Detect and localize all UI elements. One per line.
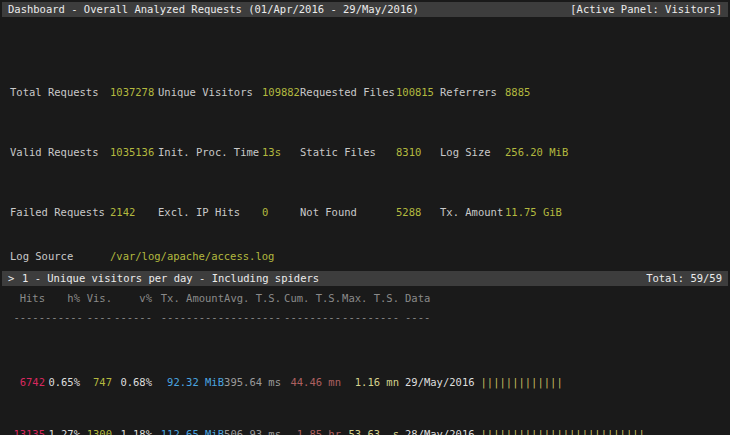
- summary-label: Unique Visitors: [158, 85, 262, 100]
- summary-label: Not Found: [300, 205, 396, 220]
- cell-avg-ts: 506.93 ms: [224, 428, 281, 435]
- summary-label: Valid Requests: [10, 145, 110, 160]
- dashboard-title: Dashboard - Overall Analyzed Requests (0…: [8, 2, 419, 17]
- separator-dashes: ---------: [281, 311, 341, 324]
- visitors-header-separator: ----- ------ ---- ------ ---------- ----…: [0, 311, 730, 324]
- summary-value: 5288: [396, 205, 440, 220]
- summary-value: 1037278: [110, 85, 158, 100]
- column-header-avg-ts: Avg. T.S.: [224, 292, 281, 305]
- visitors-column-headers: Hits h% Vis. v% Tx. Amount Avg. T.S. Cum…: [0, 292, 730, 305]
- summary-label: Excl. IP Hits: [158, 205, 262, 220]
- panel-visitors-total: Total: 59/59: [646, 271, 722, 286]
- visitor-row[interactable]: 13135 1.27% 1300 1.18% 112.65 MiB 506.93…: [0, 428, 730, 435]
- cell-date: 29/May/2016: [405, 376, 475, 389]
- column-header-hits: Hits: [10, 292, 45, 305]
- summary-label: Tx. Amount: [440, 205, 505, 220]
- cell-tx-amount: 92.32 MiB: [152, 376, 224, 389]
- hits-bar-chart: |||||||||||||: [481, 376, 563, 389]
- cell-visitors-percent: 1.18%: [112, 428, 152, 435]
- separator-dashes: ----: [80, 311, 112, 324]
- cell-visitors: 747: [80, 376, 112, 389]
- separator-dashes: ----: [405, 311, 430, 324]
- summary-value: 8885: [505, 85, 730, 100]
- cell-date: 28/May/2016: [405, 428, 475, 435]
- summary-value: 11.75 GiB: [505, 205, 730, 220]
- column-header-data: Data: [405, 292, 430, 305]
- summary-value: 256.20 MiB: [505, 145, 730, 160]
- cell-max-ts: 1.16 mn: [341, 376, 399, 389]
- panel-visitors-title: 1 - Unique visitors per day - Including …: [22, 271, 319, 286]
- cell-hits: 6742: [10, 376, 45, 389]
- summary-label: Failed Requests: [10, 205, 110, 220]
- cell-visitors-percent: 0.68%: [112, 376, 152, 389]
- summary-label: Init. Proc. Time: [158, 145, 262, 160]
- cell-cum-ts: 1.85 hr: [281, 428, 341, 435]
- log-source-label: Log Source: [10, 250, 110, 263]
- summary-value: 8310: [396, 145, 440, 160]
- summary-label: Log Size: [440, 145, 505, 160]
- separator-dashes: ----------: [152, 311, 224, 324]
- summary-row: Failed Requests 2142 Excl. IP Hits 0 Not…: [0, 205, 730, 220]
- cell-hits: 13135: [10, 428, 45, 435]
- column-header-vis: Vis.: [80, 292, 112, 305]
- summary-label: Total Requests: [10, 85, 110, 100]
- hits-bar-chart: ||||||||||||||||||||||||||: [481, 428, 645, 435]
- separator-dashes: ---------: [341, 311, 399, 324]
- summary-row: Total Requests 1037278 Unique Visitors 1…: [0, 85, 730, 100]
- summary-row: Valid Requests 1035136 Init. Proc. Time …: [0, 145, 730, 160]
- cell-hits-percent: 1.27%: [45, 428, 80, 435]
- cell-max-ts: 53.63 s: [341, 428, 399, 435]
- panel-visitors-header[interactable]: > 1 - Unique visitors per day - Includin…: [2, 271, 728, 286]
- summary-value: 1035136: [110, 145, 158, 160]
- summary-value: 2142: [110, 205, 158, 220]
- separator-dashes: ---------: [224, 311, 281, 324]
- visitor-row[interactable]: 6742 0.65% 747 0.68% 92.32 MiB 395.64 ms…: [0, 376, 730, 389]
- column-header-vpct: v%: [112, 292, 152, 305]
- cell-tx-amount: 112.65 MiB: [152, 428, 224, 435]
- log-source-row: Log Source /var/log/apache/access.log: [0, 250, 730, 263]
- summary-value: 13s: [262, 145, 300, 160]
- separator-dashes: -----: [10, 311, 45, 324]
- summary-label: Referrers: [440, 85, 505, 100]
- summary-label: Static Files: [300, 145, 396, 160]
- panel-expand-marker: >: [8, 271, 22, 286]
- column-header-max-ts: Max. T.S.: [341, 292, 399, 305]
- goaccess-dashboard: Dashboard - Overall Analyzed Requests (0…: [0, 0, 730, 435]
- log-source-value: /var/log/apache/access.log: [110, 250, 274, 263]
- cell-visitors: 1300: [80, 428, 112, 435]
- cell-cum-ts: 44.46 mn: [281, 376, 341, 389]
- column-header-tx: Tx. Amount: [152, 292, 224, 305]
- column-header-hpct: h%: [45, 292, 80, 305]
- visitors-table: 6742 0.65% 747 0.68% 92.32 MiB 395.64 ms…: [0, 324, 730, 435]
- overall-summary: Total Requests 1037278 Unique Visitors 1…: [0, 25, 730, 250]
- active-panel-indicator: [Active Panel: Visitors]: [570, 2, 722, 17]
- cell-hits-percent: 0.65%: [45, 376, 80, 389]
- summary-value: 100815: [396, 85, 440, 100]
- summary-label: Requested Files: [300, 85, 396, 100]
- summary-value: 109882: [262, 85, 300, 100]
- separator-dashes: ------: [45, 311, 80, 324]
- app-titlebar: Dashboard - Overall Analyzed Requests (0…: [2, 2, 728, 17]
- cell-avg-ts: 395.64 ms: [224, 376, 281, 389]
- column-header-cum-ts: Cum. T.S.: [281, 292, 341, 305]
- separator-dashes: ------: [112, 311, 152, 324]
- summary-value: 0: [262, 205, 300, 220]
